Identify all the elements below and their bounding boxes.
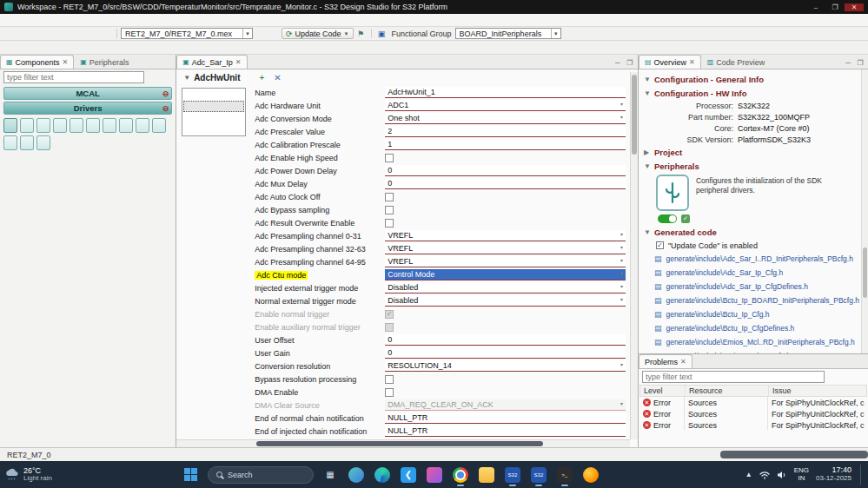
home-icon[interactable] bbox=[254, 28, 267, 40]
section-drivers[interactable]: Drivers ⊖ bbox=[3, 102, 172, 115]
generated-file-link[interactable]: generate\include\Bctu_Ip_BOARD_InitPerip… bbox=[666, 296, 859, 305]
remove-hw-unit-button[interactable]: ✕ bbox=[271, 72, 283, 83]
driver-button[interactable] bbox=[36, 135, 50, 150]
functional-group-combo[interactable]: BOARD_InitPeripherals▼ bbox=[455, 28, 561, 39]
pin-editor-icon[interactable] bbox=[224, 42, 237, 54]
new-file-icon[interactable] bbox=[3, 42, 16, 54]
tab-problems[interactable]: Problems ✕ bbox=[639, 354, 692, 368]
property-control[interactable]: RESOLUTION_14 ▾ bbox=[385, 360, 626, 372]
dropdown-arrow-icon[interactable]: ▾ bbox=[618, 101, 626, 107]
link-editor-icon[interactable] bbox=[209, 42, 222, 54]
property-control[interactable]: 0 ▾ bbox=[385, 165, 626, 176]
taskbar-search[interactable]: Search bbox=[208, 466, 314, 484]
property-value[interactable]: NULL_PTR bbox=[385, 412, 626, 424]
checkbox[interactable] bbox=[385, 219, 394, 228]
tab-components[interactable]: ▦ Components ✕ bbox=[0, 55, 74, 69]
checkbox[interactable] bbox=[385, 193, 394, 201]
problems-horizontal-scrollbar[interactable] bbox=[720, 451, 868, 458]
section-project[interactable]: ▶ Project bbox=[644, 145, 859, 159]
generated-file-link[interactable]: generate\include\Adc_Sar_Ip_CfgDefines.h bbox=[666, 282, 808, 291]
property-value[interactable]: DMA_REQ_CLEAR_ON_ACK bbox=[385, 399, 626, 411]
property-control[interactable]: ▾ bbox=[385, 217, 626, 228]
property-value[interactable]: Disabled bbox=[385, 295, 626, 307]
property-control[interactable]: ▾ bbox=[385, 191, 626, 202]
redo-icon[interactable] bbox=[58, 28, 71, 40]
property-control[interactable]: Disabled ▾ bbox=[385, 295, 626, 307]
problem-row[interactable]: ✕Error Sources For SpiPhyUnitClockRef, c bbox=[639, 419, 867, 431]
generated-file-link[interactable]: generate\include\Bctu_Ip_CfgDefines.h bbox=[666, 324, 794, 333]
property-value[interactable]: 2 bbox=[385, 126, 626, 137]
mex-file-combo[interactable]: RET2_M7_0/RET2_M7_0.mex▼ bbox=[121, 28, 253, 39]
mark-occurrences-icon[interactable] bbox=[121, 42, 134, 54]
gear-icon[interactable] bbox=[687, 28, 700, 40]
terminal-icon[interactable]: >_ bbox=[554, 464, 575, 486]
dropdown-arrow-icon[interactable]: ▾ bbox=[618, 296, 626, 302]
property-value[interactable]: 1 bbox=[385, 139, 626, 150]
property-control[interactable]: ▾ bbox=[385, 373, 626, 385]
filter-icon[interactable] bbox=[831, 356, 841, 368]
console-icon[interactable] bbox=[17, 42, 30, 54]
property-control[interactable]: ▾ bbox=[385, 152, 626, 163]
external-tools-icon[interactable] bbox=[76, 42, 89, 54]
dropdown-arrow-icon[interactable]: ▾ bbox=[618, 400, 626, 406]
filter-icon[interactable] bbox=[590, 28, 603, 40]
search-icon[interactable] bbox=[106, 42, 119, 54]
expand-all-icon[interactable] bbox=[632, 28, 645, 40]
section-peripherals[interactable]: ▼ Peripherals bbox=[644, 159, 859, 173]
property-control[interactable]: 0 ▾ bbox=[385, 334, 626, 346]
flag-icon[interactable] bbox=[562, 28, 575, 40]
collapse-section-icon[interactable]: ⊖ bbox=[162, 89, 169, 98]
vertical-scrollbar[interactable] bbox=[630, 72, 638, 439]
close-icon[interactable]: ✕ bbox=[235, 58, 242, 66]
help-icon[interactable] bbox=[715, 28, 728, 40]
refresh-icon[interactable] bbox=[100, 28, 113, 40]
column-resource[interactable]: Resource bbox=[686, 386, 769, 396]
grouping-icon[interactable] bbox=[818, 356, 829, 368]
collapse-all-icon[interactable] bbox=[646, 28, 659, 40]
driver-button[interactable] bbox=[3, 118, 17, 133]
add-hw-unit-button[interactable]: + bbox=[255, 72, 268, 83]
minimize-view-icon[interactable]: ─ bbox=[613, 56, 623, 69]
chevron-down-icon[interactable]: ▼ bbox=[551, 29, 559, 38]
dropdown-arrow-icon[interactable]: ▾ bbox=[618, 114, 626, 120]
property-control[interactable]: VREFL ▾ bbox=[385, 230, 626, 241]
generated-file-row[interactable]: ▤ generate\include\Bctu_Ip_BOARD_InitPer… bbox=[654, 293, 859, 307]
generated-file-row[interactable]: ▤ generate\include\Emios_Mcl..RD_InitPer… bbox=[654, 335, 859, 349]
dropdown-arrow-icon[interactable]: ▾ bbox=[618, 361, 626, 367]
chevron-icon[interactable]: ▶ bbox=[644, 148, 651, 156]
generated-file-link[interactable]: generate\include\Emios_Mcl..RD_InitPerip… bbox=[666, 338, 854, 346]
problems-table-header[interactable]: Level Resource Issue bbox=[639, 385, 867, 397]
profile-icon[interactable] bbox=[62, 42, 75, 54]
generated-file-link[interactable]: generate\include\Bctu_Ip_Cfg.h bbox=[666, 310, 769, 319]
show-desktop-button[interactable] bbox=[860, 465, 863, 485]
generated-file-row[interactable]: ▤ generate\include\Bctu_Ip_CfgDefines.h bbox=[654, 321, 859, 335]
property-control[interactable]: NULL_PTR ▾ bbox=[385, 412, 626, 424]
dropdown-arrow-icon[interactable]: ▾ bbox=[618, 283, 626, 289]
property-control[interactable]: ▾ bbox=[385, 386, 626, 398]
alarm-icon[interactable] bbox=[268, 28, 281, 40]
chip-icon[interactable] bbox=[673, 28, 686, 40]
file-explorer-icon[interactable] bbox=[476, 464, 497, 486]
section-mcal[interactable]: MCAL ⊖ bbox=[3, 87, 172, 100]
property-control[interactable]: ADC1 ▾ bbox=[385, 100, 626, 111]
link-with-editor-icon[interactable] bbox=[159, 71, 172, 83]
generated-file-row[interactable]: ▤ generate\include\Bctu_Ip_Cfg.h bbox=[654, 307, 859, 321]
driver-button[interactable] bbox=[20, 118, 34, 133]
problem-row[interactable]: ✕Error Sources For SpiPhyUnitClockRef, c bbox=[639, 408, 867, 419]
new-wizard-icon[interactable] bbox=[3, 28, 16, 40]
driver-button[interactable] bbox=[136, 118, 149, 133]
close-icon[interactable]: ✕ bbox=[680, 358, 686, 366]
property-value[interactable]: 0 bbox=[385, 347, 626, 359]
task-view-icon[interactable]: ▦ bbox=[320, 464, 341, 486]
build-icon[interactable] bbox=[86, 28, 99, 40]
copilot-icon[interactable] bbox=[346, 464, 367, 486]
property-value[interactable]: 0 bbox=[385, 178, 626, 189]
property-value[interactable]: One shot bbox=[385, 113, 626, 124]
property-value[interactable]: VREFL bbox=[385, 230, 626, 241]
tab-peripherals[interactable]: ▣ Peripherals bbox=[74, 55, 135, 69]
property-control[interactable]: One shot ▾ bbox=[385, 113, 626, 124]
property-control[interactable]: AdcHwUnit_1 ▾ bbox=[385, 87, 626, 98]
tab-code-preview[interactable]: ▥ Code Preview bbox=[701, 55, 772, 69]
dropdown-arrow-icon[interactable]: ▾ bbox=[618, 231, 626, 237]
save-icon[interactable] bbox=[17, 28, 30, 40]
